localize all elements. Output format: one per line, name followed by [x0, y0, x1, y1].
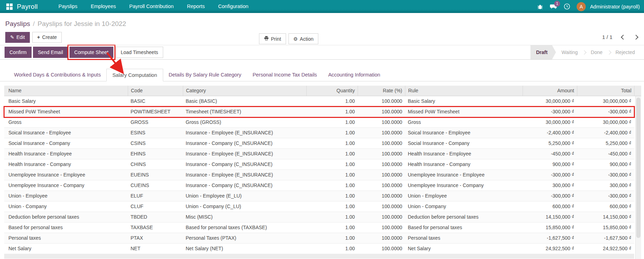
cell-category[interactable]: Union - Employee (E_LU) — [183, 191, 306, 201]
cell-code[interactable]: POWTIMESHEET — [128, 107, 183, 117]
column-header-amount[interactable]: Amount — [523, 86, 577, 96]
cell-rate[interactable]: 100.0000 — [358, 244, 405, 254]
cell-quantity[interactable]: 1.00 — [306, 212, 358, 222]
cell-amount[interactable]: -300,000 ₫ — [523, 170, 577, 180]
cell-total[interactable]: 5,250,000 ₫ — [577, 138, 634, 148]
breadcrumb-parent-link[interactable]: Payslips — [5, 20, 30, 28]
cell-amount[interactable]: 300,000 ₫ — [523, 180, 577, 191]
load-timesheets-button[interactable]: Load Timesheets — [116, 47, 163, 58]
action-button[interactable]: ⚙ Action — [288, 33, 318, 44]
cell-quantity[interactable]: 1.00 — [306, 180, 358, 191]
menu-item-payslips[interactable]: Payslips — [52, 0, 84, 13]
cell-rule[interactable]: Union - Employee — [405, 191, 523, 201]
activity-clock-icon[interactable] — [563, 3, 570, 10]
cell-name[interactable]: Based for personal taxes — [4, 223, 128, 233]
cell-category[interactable]: Basic (BASIC) — [183, 96, 306, 106]
menu-item-payroll-contribution[interactable]: Payroll Contribution — [122, 0, 180, 13]
cell-total[interactable]: 600,000 ₫ — [577, 201, 634, 212]
state-rejected[interactable]: Rejected — [610, 45, 640, 59]
cell-code[interactable]: GROSS — [128, 117, 183, 127]
cell-amount[interactable]: 15,850,000 ₫ — [523, 223, 577, 233]
table-row[interactable]: Missed PoW Timesheet POWTIMESHEET Timesh… — [4, 107, 634, 117]
cell-rule[interactable]: Basic Salary — [405, 96, 523, 106]
table-row[interactable]: Unemployee Insurance - Employee EUEINS I… — [4, 170, 634, 180]
column-header-code[interactable]: Code — [128, 86, 183, 96]
column-header-total[interactable]: Total — [577, 86, 634, 96]
cell-category[interactable]: Based for personal taxes (TAXBASE) — [183, 223, 306, 233]
cell-quantity[interactable]: 1.00 — [306, 201, 358, 212]
user-avatar[interactable]: A — [577, 2, 586, 11]
cell-total[interactable]: -1,627,500 ₫ — [577, 233, 634, 243]
cell-category[interactable]: Insurance - Company (C_INSURANCE) — [183, 138, 306, 148]
cell-total[interactable]: -300,000 ₫ — [577, 107, 634, 117]
cell-amount[interactable]: 24,922,500 ₫ — [523, 244, 577, 254]
menu-item-configuration[interactable]: Configuration — [212, 0, 255, 13]
cell-rate[interactable]: 100.0000 — [358, 159, 405, 170]
cell-quantity[interactable]: 1.00 — [306, 96, 358, 106]
cell-name[interactable]: Health Insurance - Company — [4, 159, 128, 170]
cell-rule[interactable]: Based for personal taxes — [405, 223, 523, 233]
cell-quantity[interactable]: 1.00 — [306, 107, 358, 117]
cell-total[interactable]: 30,000,000 ₫ — [577, 96, 634, 106]
messages-icon[interactable]: 1 — [550, 3, 557, 10]
cell-rule[interactable]: Health Insurance - Company — [405, 159, 523, 170]
cell-category[interactable]: Personal Taxes (PTAX) — [183, 233, 306, 243]
state-waiting[interactable]: Waiting — [556, 45, 583, 59]
cell-code[interactable]: TAXBASE — [128, 223, 183, 233]
cell-name[interactable]: Unemployee Insurance - Company — [4, 180, 128, 191]
cell-rate[interactable]: 100.0000 — [358, 170, 405, 180]
cell-code[interactable]: CUEINS — [128, 180, 183, 191]
table-row[interactable]: Basic Salary BASIC Basic (BASIC) 1.00 10… — [4, 96, 634, 107]
cell-amount[interactable]: 14,150,000 ₫ — [523, 212, 577, 222]
table-row[interactable]: Union - Employee ELUF Union - Employee (… — [4, 191, 634, 201]
cell-name[interactable]: Missed PoW Timesheet — [4, 107, 128, 117]
cell-total[interactable]: 30,000,000 ₫ — [577, 117, 634, 127]
table-row[interactable]: Unemployee Insurance - Company CUEINS In… — [4, 180, 634, 191]
cell-rule[interactable]: Social Insurance - Company — [405, 138, 523, 148]
cell-rule[interactable]: Missed PoW Timesheet — [405, 107, 523, 117]
table-row[interactable]: Gross GROSS Gross (GROSS) 1.00 100.0000 … — [4, 117, 634, 128]
cell-total[interactable]: 900,000 ₫ — [577, 159, 634, 170]
cell-amount[interactable]: -450,000 ₫ — [523, 149, 577, 159]
salary-computation-tab[interactable]: Salary Computation — [106, 69, 163, 81]
cell-amount[interactable]: 30,000,000 ₫ — [523, 96, 577, 106]
column-header-quantity[interactable]: Quantity — [306, 86, 358, 96]
cell-rate[interactable]: 100.0000 — [358, 138, 405, 148]
state-draft[interactable]: Draft — [530, 45, 556, 59]
cell-category[interactable]: Insurance - Employee (E_INSURANCE) — [183, 128, 306, 138]
cell-name[interactable]: Personal taxes — [4, 233, 128, 243]
cell-total[interactable]: -450,000 ₫ — [577, 149, 634, 159]
cell-total[interactable]: -300,000 ₫ — [577, 170, 634, 180]
cell-name[interactable]: Deduction before personal taxes — [4, 212, 128, 222]
cell-rate[interactable]: 100.0000 — [358, 212, 405, 222]
pager-previous-icon[interactable] — [621, 34, 626, 39]
cell-amount[interactable]: -1,627,500 ₫ — [523, 233, 577, 243]
cell-amount[interactable]: 5,250,000 ₫ — [523, 138, 577, 148]
column-header-category[interactable]: Category — [183, 86, 306, 96]
cell-code[interactable]: EUEINS — [128, 170, 183, 180]
cell-rate[interactable]: 100.0000 — [358, 96, 405, 106]
column-header-rate[interactable]: Rate (%) — [358, 86, 405, 96]
cell-rate[interactable]: 100.0000 — [358, 201, 405, 212]
cell-code[interactable]: EHINS — [128, 149, 183, 159]
cell-rule[interactable]: Health Insurance - Employee — [405, 149, 523, 159]
cell-name[interactable]: Net Salary — [4, 244, 128, 254]
cell-quantity[interactable]: 1.00 — [306, 149, 358, 159]
cell-name[interactable]: Basic Salary — [4, 96, 128, 106]
menu-item-employees[interactable]: Employees — [84, 0, 122, 13]
cell-rule[interactable]: Union - Company — [405, 201, 523, 212]
create-button[interactable]: + Create — [32, 32, 62, 43]
scrollbar-thumb[interactable] — [636, 98, 640, 238]
cell-code[interactable]: CHINS — [128, 159, 183, 170]
vertical-scrollbar[interactable] — [635, 96, 641, 259]
print-button[interactable]: Print — [259, 33, 286, 44]
table-row[interactable]: Health Insurance - Company CHINS Insuran… — [4, 159, 634, 170]
cell-category[interactable]: Insurance - Employee (E_INSURANCE) — [183, 170, 306, 180]
cell-name[interactable]: Union - Employee — [4, 191, 128, 201]
cell-quantity[interactable]: 1.00 — [306, 128, 358, 138]
table-row[interactable]: Net Salary NET Net Salary (NET) 1.00 100… — [4, 244, 634, 254]
cell-name[interactable]: Soical Insurance - Employee — [4, 128, 128, 138]
cell-total[interactable]: -2,400,000 ₫ — [577, 128, 634, 138]
cell-code[interactable]: ESINS — [128, 128, 183, 138]
cell-amount[interactable]: -2,400,000 ₫ — [523, 128, 577, 138]
